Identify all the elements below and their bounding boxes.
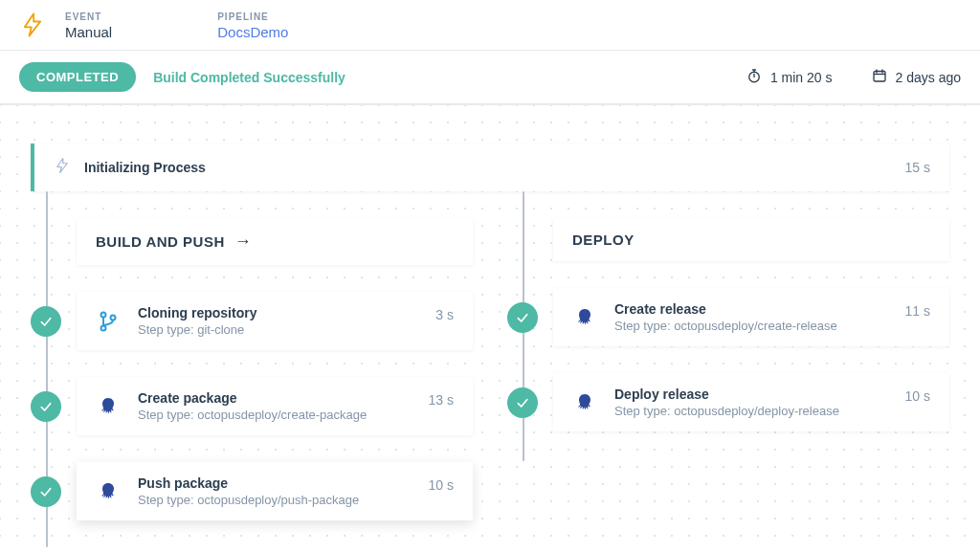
step-title: Create release [614, 301, 837, 317]
step-title: Create package [138, 390, 367, 406]
step-subtitle: Step type: octopusdeploy/push-package [138, 493, 359, 507]
svg-rect-1 [874, 72, 885, 82]
check-icon [31, 476, 61, 507]
event-label: EVENT [65, 11, 112, 22]
header: EVENT Manual PIPELINE DocsDemo [0, 0, 980, 51]
step-card[interactable]: Create package Step type: octopusdeploy/… [77, 377, 473, 435]
step-title: Deploy release [614, 386, 839, 402]
step-subtitle: Step type: octopusdeploy/create-package [138, 408, 367, 422]
stage-column-deploy: DEPLOY Create release Step type: octopus… [507, 218, 949, 547]
init-title: Initializing Process [84, 160, 206, 175]
step-time: 11 s [905, 303, 930, 319]
octopus-icon [572, 305, 597, 330]
status-pill: COMPLETED [19, 62, 136, 92]
step-subtitle: Step type: octopusdeploy/deploy-release [614, 404, 839, 418]
octopus-icon [96, 479, 121, 504]
svg-point-3 [101, 325, 106, 330]
arrow-right-icon: → [234, 232, 252, 252]
step-title: Push package [138, 475, 359, 491]
status-bar: COMPLETED Build Completed Successfully 1… [0, 51, 980, 104]
check-icon [31, 391, 61, 422]
git-branch-icon [96, 309, 121, 334]
step-time: 10 s [429, 477, 454, 493]
octopus-icon [96, 394, 121, 419]
stage-column-build: BUILD AND PUSH → Cloning repository Step… [31, 218, 473, 547]
step-subtitle: Step type: octopusdeploy/create-release [614, 319, 837, 333]
duration: 1 min 20 s [746, 67, 833, 87]
age: 2 days ago [871, 67, 962, 87]
stage-title: BUILD AND PUSH [96, 233, 225, 250]
step-time: 10 s [905, 388, 930, 404]
stage-header-build[interactable]: BUILD AND PUSH → [77, 218, 473, 265]
step-title: Cloning repository [138, 305, 256, 320]
step-time: 13 s [429, 392, 454, 408]
pipeline-label: PIPELINE [217, 11, 288, 22]
workspace: Initializing Process 15 s BUILD AND PUSH… [0, 104, 980, 552]
step-time: 3 s [435, 307, 454, 322]
calendar-icon [871, 67, 888, 87]
step-subtitle: Step type: git-clone [138, 322, 256, 337]
event-value: Manual [65, 24, 112, 40]
svg-point-2 [101, 312, 106, 317]
stage-title: DEPLOY [572, 232, 635, 248]
init-card[interactable]: Initializing Process 15 s [31, 144, 949, 191]
octopus-icon [572, 390, 597, 415]
step-card[interactable]: Cloning repository Step type: git-clone … [77, 292, 473, 350]
lightning-icon [19, 11, 46, 38]
pipeline-field[interactable]: PIPELINE DocsDemo [217, 11, 288, 40]
svg-point-4 [111, 315, 116, 320]
check-icon [31, 306, 61, 337]
step-card[interactable]: Deploy release Step type: octopusdeploy/… [553, 373, 949, 431]
stage-header-deploy[interactable]: DEPLOY [553, 218, 949, 261]
status-message: Build Completed Successfully [153, 70, 345, 85]
check-icon [507, 387, 538, 418]
lightning-icon [54, 157, 71, 178]
step-card[interactable]: Create release Step type: octopusdeploy/… [553, 288, 949, 346]
stopwatch-icon [746, 67, 763, 87]
step-card[interactable]: Push package Step type: octopusdeploy/pu… [77, 462, 473, 520]
pipeline-link[interactable]: DocsDemo [217, 24, 288, 40]
event-field: EVENT Manual [65, 11, 112, 40]
duration-text: 1 min 20 s [770, 70, 833, 85]
age-text: 2 days ago [896, 70, 962, 85]
init-time: 15 s [905, 160, 930, 175]
check-icon [507, 302, 538, 333]
